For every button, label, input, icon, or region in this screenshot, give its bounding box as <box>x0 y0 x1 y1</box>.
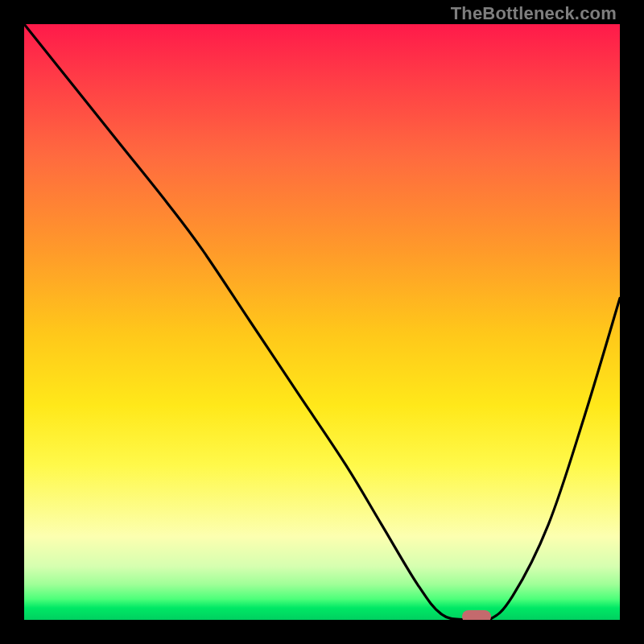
bottleneck-curve <box>24 24 620 620</box>
chart-frame: TheBottleneck.com <box>0 0 644 644</box>
optimum-marker <box>462 610 491 620</box>
plot-area <box>24 24 620 620</box>
watermark-text: TheBottleneck.com <box>451 3 617 24</box>
curve-path <box>24 24 620 620</box>
